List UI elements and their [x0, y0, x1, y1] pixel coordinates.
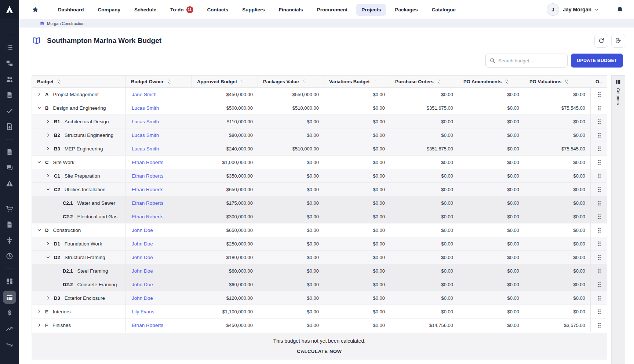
owner-link[interactable]: John Doe	[126, 228, 153, 233]
column-header-budget-owner[interactable]: Budget Owner	[126, 76, 192, 87]
avatar[interactable]: J	[547, 3, 559, 16]
column-header-po-valuations[interactable]: PO Valuations	[524, 76, 590, 87]
favorite-star-icon[interactable]	[32, 6, 39, 13]
owner-link[interactable]: Jane Smith	[126, 92, 157, 97]
row-actions-menu[interactable]	[590, 318, 607, 332]
sidebar-adjustments-icon[interactable]	[3, 234, 16, 247]
nav-item-company[interactable]: Company	[93, 4, 126, 16]
user-name[interactable]: Jay Morgan	[563, 7, 591, 12]
owner-link[interactable]: John Doe	[126, 295, 153, 301]
sidebar-check-icon[interactable]	[3, 104, 16, 117]
sidebar-document-icon[interactable]	[3, 218, 16, 231]
collapse-chevron-down-icon[interactable]	[36, 160, 42, 164]
nav-item-suppliers[interactable]: Suppliers	[237, 4, 270, 16]
owner-link[interactable]: Lucas Smith	[126, 146, 159, 152]
nav-item-contacts[interactable]: Contacts	[202, 4, 234, 16]
row-actions-menu[interactable]	[590, 237, 607, 250]
sidebar-document-icon[interactable]	[3, 145, 16, 159]
row-actions-menu[interactable]	[590, 196, 607, 210]
row-actions-menu[interactable]	[590, 291, 607, 305]
sidebar-chat-icon[interactable]	[3, 161, 16, 174]
refresh-button[interactable]	[594, 34, 608, 48]
collapse-chevron-down-icon[interactable]	[36, 106, 42, 110]
row-actions-menu[interactable]	[590, 183, 607, 196]
row-actions-menu[interactable]	[590, 264, 607, 277]
row-actions-menu[interactable]	[590, 305, 607, 318]
nav-item-catalogue[interactable]: Catalogue	[427, 4, 461, 16]
sidebar-document-icon[interactable]	[3, 88, 16, 102]
row-actions-menu[interactable]	[590, 142, 607, 155]
notifications-bell-icon[interactable]	[616, 6, 624, 14]
sidebar-file-upload-icon[interactable]	[3, 120, 16, 133]
expand-chevron-right-icon[interactable]	[36, 323, 42, 327]
column-header-packages-value[interactable]: Packages Value	[258, 76, 324, 87]
expand-chevron-right-icon[interactable]	[45, 174, 51, 178]
sidebar-clock-icon[interactable]	[3, 250, 16, 263]
expand-chevron-right-icon[interactable]	[36, 309, 42, 314]
column-header-variations-budget[interactable]: Variations Budget	[324, 76, 390, 87]
row-actions-menu[interactable]	[590, 115, 607, 128]
owner-link[interactable]: Lily Evans	[126, 309, 154, 314]
app-logo[interactable]	[0, 0, 19, 19]
collapse-chevron-down-icon[interactable]	[45, 187, 51, 192]
update-budget-button[interactable]: UPDATE BUDGET	[571, 54, 623, 68]
expand-chevron-right-icon[interactable]	[45, 119, 51, 124]
owner-link[interactable]: Lucas Smith	[126, 119, 159, 124]
sidebar-trend-up-icon[interactable]	[3, 322, 16, 335]
column-header-purchase-orders[interactable]: Purchase Orders	[390, 76, 458, 87]
breadcrumb-company[interactable]: Morgan Construction	[47, 21, 84, 26]
nav-item-projects[interactable]: Projects	[356, 4, 386, 16]
expand-chevron-right-icon[interactable]	[45, 133, 51, 137]
owner-link[interactable]: Lucas Smith	[126, 132, 159, 138]
expand-chevron-right-icon[interactable]	[45, 296, 51, 300]
sidebar-dollar-icon[interactable]: $	[3, 306, 16, 320]
expand-chevron-right-icon[interactable]	[45, 241, 51, 246]
sidebar-table-icon[interactable]	[3, 291, 16, 304]
owner-link[interactable]: John Doe	[126, 241, 153, 247]
column-header-budget[interactable]: Budget	[32, 76, 126, 87]
owner-link[interactable]: Ethan Roberts	[126, 323, 163, 328]
row-actions-menu[interactable]	[590, 223, 607, 237]
collapse-chevron-down-icon[interactable]	[45, 255, 51, 259]
collapse-chevron-down-icon[interactable]	[36, 228, 42, 232]
row-actions-menu[interactable]	[590, 128, 607, 142]
nav-item-to-do[interactable]: To-do11	[165, 3, 198, 17]
nav-item-procurement[interactable]: Procurement	[312, 4, 353, 16]
nav-item-financials[interactable]: Financials	[274, 4, 308, 16]
sidebar-warning-icon[interactable]	[3, 177, 16, 190]
export-button[interactable]	[611, 34, 625, 48]
owner-link[interactable]: John Doe	[126, 282, 153, 287]
owner-link[interactable]: Ethan Roberts	[126, 200, 163, 206]
row-actions-menu[interactable]	[590, 88, 607, 101]
row-actions-menu[interactable]	[590, 169, 607, 182]
sidebar-list-icon[interactable]	[3, 41, 16, 54]
owner-link[interactable]: John Doe	[126, 255, 153, 260]
calculate-now-button[interactable]: CALCULATE NOW	[297, 349, 342, 354]
owner-link[interactable]: Ethan Roberts	[126, 173, 163, 179]
sidebar-people-icon[interactable]	[3, 73, 16, 86]
expand-chevron-right-icon[interactable]	[45, 146, 51, 151]
columns-panel-toggle[interactable]: Columns	[611, 75, 625, 364]
expand-chevron-right-icon[interactable]	[36, 92, 42, 97]
column-header-approved-budget[interactable]: Approved Budget	[192, 76, 258, 87]
column-header-po-amendments[interactable]: PO Amendments	[458, 76, 524, 87]
nav-item-schedule[interactable]: Schedule	[129, 4, 161, 16]
nav-item-dashboard[interactable]: Dashboard	[53, 4, 89, 16]
row-actions-menu[interactable]	[590, 210, 607, 223]
owner-link[interactable]: Ethan Roberts	[126, 187, 163, 192]
sidebar-dashboard-icon[interactable]	[3, 275, 16, 288]
search-input[interactable]	[498, 58, 564, 63]
owner-link[interactable]: John Doe	[126, 268, 153, 274]
owner-link[interactable]: Ethan Roberts	[126, 214, 163, 219]
sidebar-trend-down-icon[interactable]	[3, 338, 16, 351]
sidebar-cart-icon[interactable]	[3, 202, 16, 215]
row-actions-menu[interactable]	[590, 251, 607, 264]
owner-link[interactable]: Lucas Smith	[126, 105, 159, 111]
chevron-down-icon[interactable]	[594, 7, 599, 12]
owner-link[interactable]: Ethan Roberts	[126, 160, 163, 165]
sidebar-org-chart-icon[interactable]	[3, 57, 16, 70]
row-actions-menu[interactable]	[590, 278, 607, 291]
row-actions-menu[interactable]	[590, 156, 607, 169]
row-actions-menu[interactable]	[590, 101, 607, 114]
nav-item-packages[interactable]: Packages	[390, 4, 423, 16]
